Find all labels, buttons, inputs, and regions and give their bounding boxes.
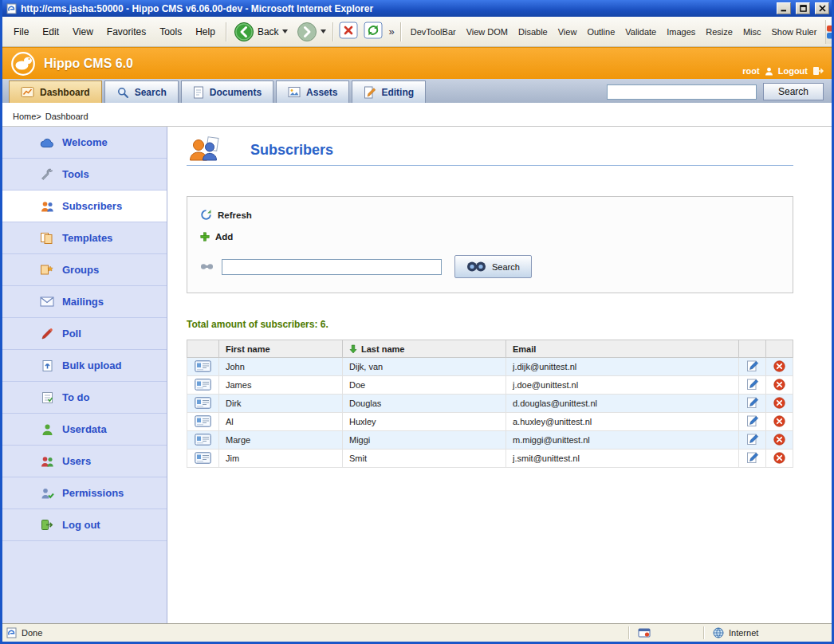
stop-button[interactable] xyxy=(338,21,359,42)
last-name-cell: Doe xyxy=(343,376,506,395)
delete-icon[interactable] xyxy=(773,379,785,391)
add-action[interactable]: Add xyxy=(215,232,233,242)
menu-view[interactable]: View xyxy=(66,24,100,40)
dashboard-icon xyxy=(21,86,34,98)
last-name-cell: Dijk, van xyxy=(343,358,506,376)
edit-cell xyxy=(739,395,766,413)
devtoolbar-item-misc[interactable]: Misc xyxy=(738,25,766,39)
first-name-cell: Marge xyxy=(219,431,343,450)
edit-cell xyxy=(739,358,766,376)
last-name-header[interactable]: Last name xyxy=(343,340,506,358)
vcard-cell xyxy=(187,413,219,431)
tab-documents[interactable]: Documents xyxy=(181,80,273,103)
forward-button[interactable] xyxy=(294,20,328,44)
delete-icon[interactable] xyxy=(773,397,785,409)
breadcrumb-home[interactable]: Home> xyxy=(13,112,41,121)
devtoolbar-item-view[interactable]: View xyxy=(553,25,582,39)
logout-arrow-icon[interactable] xyxy=(812,66,824,76)
email-header[interactable]: Email xyxy=(506,340,739,358)
vcard-icon[interactable] xyxy=(195,415,211,427)
sidebar-item-groups[interactable]: Groups xyxy=(2,254,167,286)
back-dropdown-icon[interactable] xyxy=(282,29,288,33)
edit-cell xyxy=(739,413,766,431)
edit-icon[interactable] xyxy=(746,451,759,464)
vcard-cell xyxy=(187,450,219,468)
devtoolbar: DevToolBar View DOM Disable View Outline… xyxy=(406,25,822,39)
sidebar-item-bulk-upload[interactable]: Bulk upload xyxy=(2,350,167,382)
subscriber-search-input[interactable] xyxy=(222,259,442,275)
menu-tools[interactable]: Tools xyxy=(153,24,188,40)
edit-icon[interactable] xyxy=(746,396,759,409)
top-search-button[interactable]: Search xyxy=(763,83,824,100)
page-body: Welcome Tools Subscribers Templates Grou… xyxy=(2,127,832,623)
sidebar-item-permissions[interactable]: Permissions xyxy=(2,477,167,509)
vcard-icon[interactable] xyxy=(195,360,211,372)
delete-icon[interactable] xyxy=(773,452,785,464)
edit-icon[interactable] xyxy=(746,414,759,427)
vcard-icon[interactable] xyxy=(195,397,211,409)
refresh-action-icon xyxy=(200,209,212,221)
sidebar-item-mailings[interactable]: Mailings xyxy=(2,286,167,318)
sidebar-item-poll[interactable]: Poll xyxy=(2,318,167,350)
tab-assets[interactable]: Assets xyxy=(276,80,349,103)
toolbar-overflow-chevron[interactable]: » xyxy=(387,26,396,37)
sidebar-item-log-out[interactable]: Log out xyxy=(2,509,167,541)
breadcrumb-current[interactable]: Dashboard xyxy=(45,112,89,121)
mail-icon xyxy=(39,296,55,307)
forward-dropdown-icon[interactable] xyxy=(321,29,326,33)
vcard-icon[interactable] xyxy=(195,452,211,464)
devtoolbar-item-outline[interactable]: Outline xyxy=(582,25,620,39)
menu-help[interactable]: Help xyxy=(189,24,222,40)
close-button[interactable] xyxy=(815,2,829,14)
tab-dashboard[interactable]: Dashboard xyxy=(9,80,102,103)
toolbar-separator xyxy=(400,22,402,41)
menu-edit[interactable]: Edit xyxy=(36,24,65,40)
menu-favorites[interactable]: Favorites xyxy=(100,24,152,40)
sidebar-item-to-do[interactable]: To do xyxy=(2,382,167,414)
maximize-button[interactable] xyxy=(796,2,810,14)
devtoolbar-item-view-dom[interactable]: View DOM xyxy=(462,25,513,39)
edit-icon[interactable] xyxy=(746,359,759,372)
menu-file[interactable]: File xyxy=(7,24,35,40)
top-search-input[interactable] xyxy=(607,84,757,100)
subscriber-search-button[interactable]: Search xyxy=(454,255,532,278)
devtoolbar-item-resize[interactable]: Resize xyxy=(701,25,738,39)
subscribers-page-icon xyxy=(188,136,222,163)
refresh-button[interactable] xyxy=(363,21,384,42)
devtoolbar-item-show-ruler[interactable]: Show Ruler xyxy=(767,25,822,39)
vcard-icon[interactable] xyxy=(195,434,211,446)
logout-link[interactable]: Logout xyxy=(778,66,808,76)
tab-editing[interactable]: Editing xyxy=(352,80,426,103)
menu-bar: File Edit View Favorites Tools Help xyxy=(7,24,222,40)
refresh-action[interactable]: Refresh xyxy=(218,210,252,220)
edit-icon[interactable] xyxy=(746,378,759,391)
table-row: Jim Smit j.smit@unittest.nl xyxy=(187,450,793,468)
sidebar-item-subscribers[interactable]: Subscribers xyxy=(2,190,167,222)
first-name-header[interactable]: First name xyxy=(219,340,343,358)
icon-column-header xyxy=(187,340,219,358)
devtoolbar-item-devtoolbar[interactable]: DevToolBar xyxy=(406,25,461,39)
vcard-icon[interactable] xyxy=(195,379,211,391)
security-zone: Internet xyxy=(710,627,828,638)
page-title: Subscribers xyxy=(250,142,333,159)
sidebar-item-welcome[interactable]: Welcome xyxy=(2,127,167,159)
back-button[interactable]: Back xyxy=(231,20,290,44)
sidebar-item-users[interactable]: Users xyxy=(2,446,167,477)
devtoolbar-item-validate[interactable]: Validate xyxy=(620,25,661,39)
sidebar-item-tools[interactable]: Tools xyxy=(2,159,167,190)
poll-icon xyxy=(39,328,55,340)
asset-icon xyxy=(288,86,301,98)
delete-icon[interactable] xyxy=(773,415,785,427)
devtoolbar-item-disable[interactable]: Disable xyxy=(513,25,553,39)
tab-search[interactable]: Search xyxy=(104,80,179,103)
title-bar[interactable]: http://cms.jasha:50000 - Hippo CMS v6.06… xyxy=(2,0,832,17)
sidebar-item-templates[interactable]: Templates xyxy=(2,222,167,254)
devtoolbar-item-images[interactable]: Images xyxy=(662,25,700,39)
email-cell: d.douglas@unittest.nl xyxy=(506,395,739,413)
edit-icon[interactable] xyxy=(746,433,759,446)
sidebar-item-userdata[interactable]: Userdata xyxy=(2,414,167,446)
delete-icon[interactable] xyxy=(773,360,785,372)
privacy-report-icon[interactable] xyxy=(638,627,651,638)
minimize-button[interactable] xyxy=(777,2,791,14)
delete-icon[interactable] xyxy=(773,434,785,446)
